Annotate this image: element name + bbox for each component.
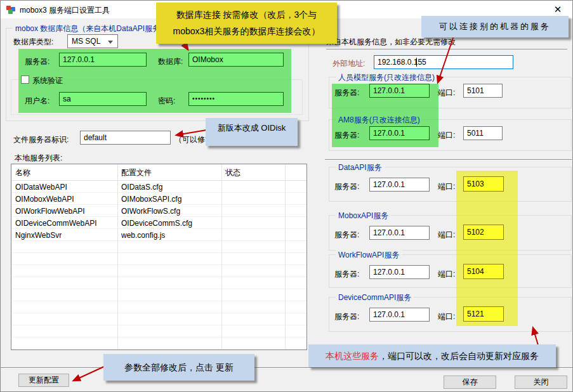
sysauth-label: 系统验证 — [32, 75, 63, 86]
server-label: 服务器: — [334, 311, 359, 322]
server-input[interactable]: 127.0.0.1 — [369, 265, 430, 279]
local-services-label: 本地服务列表: — [15, 153, 62, 164]
callout-update: 参数全部修改后，点击 更新 — [103, 354, 254, 381]
app-icon — [6, 4, 16, 15]
col-config[interactable]: 配置文件 — [121, 164, 152, 181]
cell-config: web.config.js — [121, 230, 165, 241]
fileserver-input[interactable]: default — [80, 131, 171, 145]
close-icon[interactable]: ✕ — [548, 3, 567, 16]
cell-name: OIDataWebAPI — [15, 181, 67, 193]
callout-line: mobox3相关服务的数据库连接会改） — [156, 23, 337, 39]
ports-highlight-yellow — [456, 171, 518, 326]
col-name[interactable]: 名称 — [15, 164, 30, 181]
cell-name: OIWorkFlowWebAPI — [15, 206, 85, 217]
table-row[interactable]: NginxWebSvr web.config.js — [11, 230, 306, 242]
username-label: 用户名: — [25, 96, 49, 107]
server-label: 服务器: — [334, 230, 359, 240]
ext-addr-input[interactable]: 192.168.0.155 — [374, 55, 513, 69]
cell-config: OIDataS.cfg — [121, 181, 162, 193]
group-title: WorkFlowAPI服务 — [336, 250, 402, 261]
service-group-devicecommapi: DeviceCommAPI服务 服务器: 127.0.0.1 端口: 5121 — [329, 297, 572, 332]
port-label: 端口: — [438, 130, 455, 141]
server-label: 服务器: — [334, 181, 359, 192]
port-input[interactable]: 5103 — [463, 176, 504, 192]
port-label: 端口: — [438, 269, 455, 280]
callout-oidisk: 新版本改成 OIDisk — [206, 118, 298, 146]
db-type-value: MS SQL — [72, 37, 100, 46]
server-label: 服务器: — [334, 88, 359, 98]
window-title: mobox3 服务端口设置工具 — [20, 5, 110, 16]
sysauth-checkbox[interactable] — [21, 75, 29, 84]
group-title: MoboxAPI服务 — [336, 211, 391, 221]
save-button[interactable]: 保存 — [444, 376, 496, 389]
cell-name: OIDeviceCommWebAPI — [15, 218, 96, 229]
chevron-down-icon — [108, 41, 113, 44]
db-server-label: 服务器: — [25, 56, 49, 67]
group-title: 人员模型服务(只改连接信息) — [336, 72, 437, 83]
port-input[interactable]: 5101 — [463, 84, 503, 98]
separator — [325, 159, 572, 160]
local-services-table[interactable]: 名称 配置文件 状态 OIDataWebAPI OIDataS.cfg OIMo… — [11, 164, 307, 350]
table-row[interactable]: OIDeviceCommWebAPI OIDeviceCommS.cfg — [11, 218, 306, 230]
server-input[interactable]: 127.0.0.1 — [369, 84, 430, 98]
cell-config: OIWorkFlowS.cfg — [121, 206, 180, 217]
group-title: DataAPI服务 — [336, 162, 385, 173]
cell-name: OIMoboxWebAPI — [15, 193, 74, 205]
cell-config: OIDeviceCommS.cfg — [121, 218, 192, 229]
db-info-group-title: mobox 数据库信息（来自本机DataAPI服务 — [13, 23, 162, 34]
db-type-select[interactable]: MS SQL — [67, 34, 118, 48]
callout-remote-machine: 可以连接别的机器的服务 — [421, 16, 569, 37]
port-input[interactable]: 5121 — [463, 306, 504, 322]
callout-line: 数据库连接 按需修改（改后，3个与 — [156, 6, 337, 23]
port-label: 端口: — [438, 181, 455, 192]
cell-config: OIMoboxSAPI.cfg — [121, 193, 181, 205]
service-group-dataapi: DataAPI服务 服务器: 127.0.0.1 端口: 5103 — [329, 167, 572, 202]
port-input[interactable]: 5102 — [463, 225, 504, 240]
text-caret — [416, 58, 417, 67]
db-name-input[interactable]: OIMobox — [188, 53, 284, 67]
server-label: 服务器: — [334, 130, 359, 141]
close-button[interactable]: 关闭 — [515, 376, 567, 389]
port-label: 端口: — [438, 230, 455, 240]
callout-ports: 本机这些服务，端口可以改，改后会自动更新对应服务 — [308, 344, 556, 367]
cell-name: NginxWebSvr — [15, 230, 62, 241]
username-input[interactable]: sa — [59, 92, 147, 106]
server-input[interactable]: 127.0.0.1 — [369, 308, 430, 322]
col-status[interactable]: 状态 — [225, 164, 240, 181]
server-input[interactable]: 127.0.0.1 — [369, 178, 430, 192]
server-label: 服务器: — [334, 269, 359, 280]
table-row[interactable]: OIWorkFlowWebAPI OIWorkFlowS.cfg — [11, 206, 306, 218]
fileserver-label: 文件服务器标识: — [13, 134, 69, 145]
server-input[interactable]: 127.0.0.1 — [369, 226, 430, 240]
db-name-label: 数据库: — [158, 56, 183, 67]
app-window: mobox3 服务端口设置工具 ✕ mobox 数据库信息（来自本机DataAP… — [0, 0, 573, 392]
group-title: AM8服务(只改连接信息) — [336, 115, 423, 126]
service-group-workflowapi: WorkFlowAPI服务 服务器: 127.0.0.1 端口: 5104 — [329, 254, 572, 288]
callout-ports-red-text: 本机这些服务 — [326, 351, 379, 361]
password-label: 密码: — [158, 96, 175, 107]
table-row[interactable]: OIDataWebAPI OIDataS.cfg — [11, 181, 306, 193]
password-input[interactable]: •••••••• — [188, 92, 284, 106]
port-input[interactable]: 5011 — [463, 126, 503, 140]
remote-header-line — [326, 49, 567, 49]
port-input[interactable]: 5104 — [463, 264, 504, 279]
server-input[interactable]: 127.0.0.1 — [369, 126, 430, 140]
callout-db-connection: 数据库连接 按需修改（改后，3个与 mobox3相关服务的数据库连接会改） — [156, 3, 337, 44]
ext-addr-label: 外部地址: — [333, 58, 365, 69]
table-row[interactable]: OIMoboxWebAPI OIMoboxSAPI.cfg — [11, 193, 306, 206]
callout-ports-text: ，端口可以改，改后会自动更新对应服务 — [379, 351, 539, 361]
port-label: 端口: — [438, 88, 455, 98]
bottom-separator — [1, 367, 573, 369]
db-type-label: 数据库类型: — [13, 37, 53, 48]
port-label: 端口: — [438, 311, 455, 322]
update-config-button[interactable]: 更新配置 — [18, 374, 69, 387]
remote-header: 来自本机服务信息，如非必要无需修改 — [326, 37, 456, 48]
db-server-input[interactable]: 127.0.0.1 — [59, 53, 147, 67]
table-header: 名称 配置文件 状态 — [11, 164, 306, 181]
service-group-moboxapi: MoboxAPI服务 服务器: 127.0.0.1 端口: 5102 — [329, 215, 572, 251]
group-title: DeviceCommAPI服务 — [336, 292, 414, 303]
